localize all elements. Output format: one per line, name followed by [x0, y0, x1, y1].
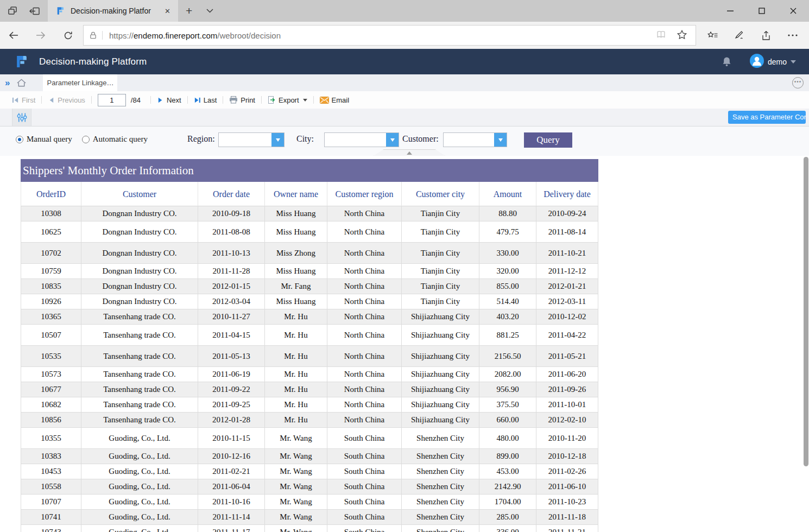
table-cell: 10743 [21, 525, 81, 532]
browser-tab[interactable]: Decision-making Platfor ✕ [48, 0, 178, 22]
table-cell: Tianjin City [402, 221, 479, 243]
query-button[interactable]: Query [524, 132, 572, 148]
home-icon[interactable] [15, 74, 33, 91]
tab-parameter-linkage[interactable]: Parameter Linkage… [43, 74, 117, 91]
vertical-scrollbar[interactable] [804, 157, 808, 466]
avatar [750, 54, 764, 70]
region-select[interactable] [218, 132, 285, 147]
window-minimize-button[interactable] [715, 0, 746, 22]
automatic-query-radio[interactable] [82, 136, 90, 143]
filter-sliders-button[interactable] [12, 109, 31, 126]
page-total: /84 [131, 96, 141, 104]
table-cell: 956.90 [479, 382, 536, 397]
user-menu[interactable]: demo [750, 54, 796, 70]
table-row: 10573Tansenhang trade CO.2011-06-19Mr. H… [21, 367, 598, 382]
tab-preview-icon[interactable] [7, 6, 18, 16]
table-cell: 10677 [21, 382, 81, 397]
table-cell: Dongnan Industry CO. [81, 243, 198, 264]
table-cell: Shenzhen City [402, 510, 479, 525]
table-cell: 10308 [21, 206, 81, 221]
report-body: 10308Dongnan Industry CO.2010-09-18Miss … [21, 206, 598, 532]
expand-sidebar-icon[interactable]: » [0, 74, 15, 91]
city-select[interactable] [324, 132, 399, 147]
customer-select[interactable] [443, 132, 507, 147]
table-cell: 2010-12-16 [198, 449, 265, 464]
table-cell: 2011-12-12 [536, 264, 598, 279]
city-dropdown-caret-icon[interactable] [386, 133, 399, 147]
table-cell: Mr. Wang [265, 464, 327, 479]
favorites-hub-icon[interactable] [699, 31, 726, 39]
window-maximize-button[interactable] [746, 0, 778, 22]
export-button[interactable]: Export [268, 96, 307, 104]
last-page-button[interactable]: Last [194, 96, 217, 104]
page-number-input[interactable] [98, 94, 126, 106]
save-as-parameter-button[interactable]: Save as Parameter Cor [728, 111, 806, 124]
report-header-row: OrderIDCustomerOrder dateOwner nameCusto… [21, 182, 598, 206]
export-dropdown-caret-icon [303, 99, 307, 104]
share-icon[interactable] [753, 31, 779, 40]
table-cell: Mr. Wang [265, 428, 327, 449]
notification-bell-icon[interactable] [722, 56, 731, 67]
window-close-button[interactable] [778, 0, 809, 22]
table-row: 10702Dongnan Industry CO.2011-10-13Miss … [21, 243, 598, 264]
table-cell: 2011-04-15 [198, 325, 265, 346]
table-cell: 2082.00 [479, 367, 536, 382]
reading-view-icon[interactable] [656, 30, 666, 41]
table-cell: 10835 [21, 279, 81, 294]
table-cell: 285.00 [479, 510, 536, 525]
favorite-star-icon[interactable] [677, 30, 687, 41]
tab-list-chevron-icon[interactable] [200, 0, 220, 22]
table-cell: Shenzhen City [402, 495, 479, 510]
table-cell: South China [327, 479, 402, 495]
previous-page-icon [48, 97, 55, 104]
table-cell: North China [327, 294, 402, 309]
table-cell: 2011-06-20 [536, 367, 598, 382]
tab-close-icon[interactable]: ✕ [161, 6, 174, 16]
table-cell: Shenzhen City [402, 449, 479, 464]
table-cell: 2011-10-13 [198, 243, 265, 264]
table-cell: 10558 [21, 479, 81, 495]
previous-page-button[interactable]: Previous [48, 96, 85, 104]
table-cell: 2012-03-11 [536, 294, 598, 309]
table-cell: 2011-11-18 [536, 510, 598, 525]
address-bar[interactable]: https://endemo.finereport.com/webroot/de… [83, 25, 696, 46]
lock-icon [89, 31, 103, 40]
table-cell: Tansenhang trade CO. [81, 346, 198, 367]
table-cell: North China [327, 346, 402, 367]
table-cell: 10453 [21, 464, 81, 479]
table-cell: South China [327, 464, 402, 479]
table-cell: Dongnan Industry CO. [81, 279, 198, 294]
table-cell: North China [327, 382, 402, 397]
table-cell: Guoding, Co., Ltd. [81, 510, 198, 525]
panel-collapse-handle[interactable] [374, 149, 445, 156]
table-cell: North China [327, 264, 402, 279]
tab-title: Decision-making Platfor [71, 7, 161, 15]
refresh-button[interactable] [54, 31, 81, 40]
table-cell: South China [327, 449, 402, 464]
manual-query-radio[interactable] [16, 136, 23, 143]
tab-more-options-icon[interactable]: ••• [792, 77, 804, 88]
table-row: 10558Guoding, Co., Ltd.2011-06-04Mr. Wan… [21, 479, 598, 495]
email-button[interactable]: Email [320, 96, 350, 104]
query-parameter-panel: Manual query Automatic query Region: Cit… [0, 126, 809, 156]
customer-dropdown-caret-icon[interactable] [494, 133, 507, 147]
new-tab-button[interactable]: + [178, 0, 200, 22]
table-cell: 10702 [21, 243, 81, 264]
report-title: Shippers' Monthly Order Information [21, 159, 598, 182]
table-cell: 2011-08-14 [536, 221, 598, 243]
set-tabs-aside-icon[interactable] [28, 6, 40, 16]
next-page-button[interactable]: Next [157, 96, 181, 104]
app-title: Decision-making Platform [39, 56, 147, 67]
table-cell: Mr. Hu [265, 325, 327, 346]
more-options-icon[interactable] [779, 34, 806, 36]
table-cell: 10741 [21, 510, 81, 525]
table-cell: 881.25 [479, 325, 536, 346]
customer-label: Customer: [402, 134, 439, 144]
first-page-button[interactable]: First [12, 96, 35, 104]
table-cell: 10507 [21, 325, 81, 346]
region-dropdown-caret-icon[interactable] [271, 133, 284, 147]
annotate-pen-icon[interactable] [726, 31, 753, 40]
forward-button[interactable] [27, 31, 54, 40]
print-button[interactable]: Print [229, 96, 255, 104]
back-button[interactable] [0, 31, 27, 40]
